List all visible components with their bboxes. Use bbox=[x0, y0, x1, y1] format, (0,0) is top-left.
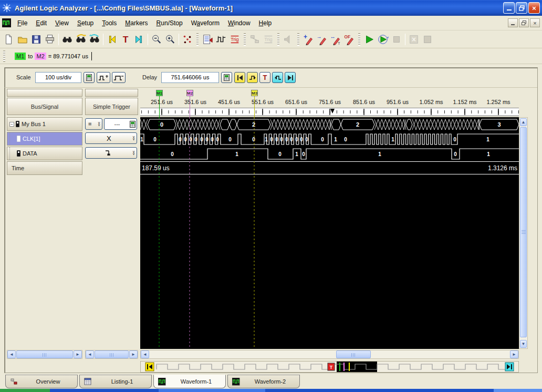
toolbar-grip[interactable] bbox=[277, 33, 279, 46]
tree-item-my-bus-1[interactable]: − My Bus 1 bbox=[7, 117, 82, 131]
bus-value-field[interactable]: --- bbox=[104, 118, 137, 130]
toolbar-grip[interactable] bbox=[3, 50, 5, 62]
column-header-blank bbox=[7, 89, 82, 97]
save-button[interactable] bbox=[29, 33, 43, 46]
falling-edge-icon bbox=[86, 149, 132, 157]
menu-run-stop[interactable]: Run/Stop bbox=[152, 18, 187, 28]
bus-icon bbox=[16, 121, 19, 127]
menu-file[interactable]: File bbox=[13, 18, 32, 28]
svg-text:0: 0 bbox=[275, 137, 278, 142]
waveform-hscrollbar[interactable]: ◄ ► bbox=[140, 350, 519, 359]
scroll-left-icon[interactable]: ◄ bbox=[7, 350, 16, 358]
goto-end-marker-button[interactable] bbox=[132, 33, 146, 46]
menu-window[interactable]: Window bbox=[224, 18, 255, 28]
toolbar-grip[interactable] bbox=[358, 33, 360, 46]
marker-flag-m2[interactable]: M2 bbox=[186, 90, 193, 96]
floppy-icon bbox=[30, 34, 42, 45]
zoom-in-button[interactable] bbox=[163, 33, 177, 46]
interval-measurement-button[interactable]: ↔T bbox=[329, 33, 342, 46]
new-file-button[interactable] bbox=[2, 33, 16, 46]
time-ruler[interactable]: M1M2M3251.6 us351.6 us451.6 us551.6 us65… bbox=[140, 89, 519, 117]
svg-text:Trig: Trig bbox=[231, 37, 238, 42]
find-next-button[interactable] bbox=[74, 33, 88, 46]
menu-waveform[interactable]: Waveform bbox=[187, 18, 224, 28]
menu-view[interactable]: View bbox=[51, 18, 73, 28]
collapse-icon[interactable]: − bbox=[9, 122, 14, 127]
data-trigger-combo[interactable]: ∨∨ bbox=[85, 147, 137, 159]
toolbar-grip[interactable] bbox=[196, 33, 199, 46]
menu-edit[interactable]: Edit bbox=[32, 18, 51, 28]
waveform-setup-button[interactable] bbox=[214, 33, 228, 46]
goto-trigger-button[interactable]: T bbox=[119, 33, 132, 46]
clk-trigger-combo[interactable]: X ∨∨ bbox=[85, 132, 137, 144]
scrollbar-thumb[interactable] bbox=[95, 350, 129, 358]
marker-flag-m3[interactable]: M3 bbox=[251, 90, 258, 96]
bus-operator-combo[interactable]: = ∨∨ bbox=[85, 118, 102, 130]
run-button[interactable] bbox=[362, 33, 376, 46]
menu-setup[interactable]: Setup bbox=[73, 18, 98, 28]
tab-waveform-2[interactable]: Waveform-2 bbox=[227, 375, 300, 388]
calculator-icon[interactable] bbox=[130, 121, 136, 128]
bus-panel-hscrollbar[interactable]: ◄ ► bbox=[7, 350, 82, 359]
print-button[interactable] bbox=[43, 33, 57, 46]
taskbar-segment bbox=[0, 389, 50, 392]
goto-measurement-button[interactable]: → bbox=[315, 33, 329, 46]
goto-begin-marker-button[interactable] bbox=[105, 33, 119, 46]
menu-markers[interactable]: Markers bbox=[121, 18, 152, 28]
restore-button[interactable] bbox=[516, 2, 527, 14]
scroll-right-icon[interactable]: ► bbox=[129, 350, 138, 358]
menu-help[interactable]: Help bbox=[255, 18, 276, 28]
find-button[interactable] bbox=[60, 33, 74, 46]
speaker-icon bbox=[283, 34, 294, 45]
listing-button[interactable] bbox=[201, 33, 214, 46]
to-label: to bbox=[28, 53, 33, 59]
child-restore-button[interactable] bbox=[519, 18, 529, 27]
scrollbar-thumb[interactable] bbox=[336, 350, 371, 358]
tab-overview[interactable]: Overview bbox=[5, 375, 78, 388]
tree-item-clk[interactable]: CLK[1] bbox=[7, 132, 82, 146]
scroll-right-icon[interactable]: ► bbox=[74, 350, 82, 358]
toolbar-grip[interactable] bbox=[244, 33, 246, 46]
marker-flag-m1[interactable]: M1 bbox=[156, 90, 163, 96]
scroll-up-icon[interactable]: ▲ bbox=[520, 118, 527, 126]
scroll-right-icon[interactable]: ► bbox=[510, 350, 518, 358]
close-button[interactable]: × bbox=[528, 2, 540, 14]
child-minimize-button[interactable] bbox=[508, 18, 518, 27]
menu-tools[interactable]: Tools bbox=[98, 18, 121, 28]
scrollbar-thumb[interactable] bbox=[520, 127, 527, 337]
scrollbar-thumb[interactable] bbox=[16, 350, 73, 358]
toolbar-grip[interactable] bbox=[297, 33, 299, 46]
waveform-vscrollbar[interactable]: ▲ ▼ bbox=[519, 117, 528, 349]
minimize-button[interactable] bbox=[503, 2, 515, 14]
find-prev-button[interactable] bbox=[88, 33, 101, 46]
m1-badge[interactable]: M1 bbox=[15, 53, 26, 60]
run-repetitive-button[interactable] bbox=[376, 33, 390, 46]
zoom-out-button[interactable] bbox=[150, 33, 163, 46]
child-close-button[interactable]: × bbox=[530, 18, 540, 27]
svg-text:×: × bbox=[412, 36, 416, 44]
trigger-setup-button[interactable]: Trig bbox=[228, 33, 242, 46]
tab-listing-1[interactable]: Listing-1 bbox=[79, 375, 152, 388]
m2-badge[interactable]: M2 bbox=[35, 53, 46, 60]
acquisition-overview-strip[interactable]: T bbox=[140, 361, 519, 373]
scroll-down-icon[interactable]: ▼ bbox=[520, 340, 527, 348]
waveform-canvas[interactable]: 0223100000000000100000000010101010101011… bbox=[140, 117, 519, 349]
svg-text:1: 1 bbox=[235, 151, 238, 157]
tree-item-data[interactable]: DATA bbox=[7, 147, 82, 160]
svg-text:0: 0 bbox=[160, 121, 163, 128]
open-file-button[interactable] bbox=[16, 33, 29, 46]
zoom-in-icon bbox=[164, 34, 176, 45]
chevron-down-icon: ∨∨ bbox=[98, 122, 100, 126]
svg-text:1: 1 bbox=[487, 151, 490, 157]
track-markers-button[interactable] bbox=[181, 33, 194, 46]
new-measurement-button[interactable]: + bbox=[301, 33, 315, 46]
overflow-measurement-button[interactable]: OF bbox=[342, 33, 356, 46]
time-tick-label: 351.6 us bbox=[181, 99, 210, 105]
scroll-left-icon[interactable]: ◄ bbox=[86, 350, 94, 358]
svg-text:0: 0 bbox=[200, 137, 203, 142]
tab-waveform-1[interactable]: Waveform-1 bbox=[153, 375, 226, 388]
scroll-left-icon[interactable]: ◄ bbox=[141, 350, 149, 358]
svg-text:0: 0 bbox=[153, 137, 157, 142]
svg-text:1.3126 ms: 1.3126 ms bbox=[488, 164, 517, 172]
trigger-panel-hscrollbar[interactable]: ◄ ► bbox=[85, 350, 138, 359]
